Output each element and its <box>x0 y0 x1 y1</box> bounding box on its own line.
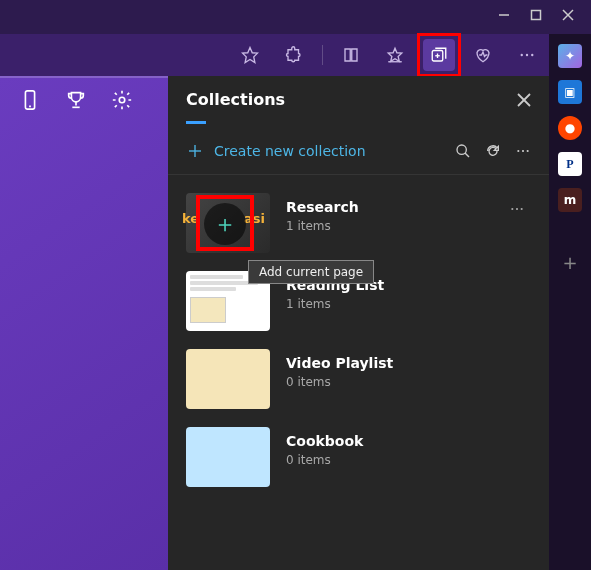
extensions-icon[interactable] <box>278 39 310 71</box>
sidebar-reddit[interactable]: ● <box>558 116 582 140</box>
more-icon[interactable] <box>511 39 543 71</box>
svg-marker-5 <box>388 48 402 61</box>
left-action-row <box>18 88 134 112</box>
create-collection-link[interactable]: Create new collection <box>186 142 366 160</box>
collection-count: 1 items <box>286 219 359 233</box>
phone-icon[interactable] <box>18 88 42 112</box>
svg-rect-1 <box>532 11 541 20</box>
gear-icon[interactable] <box>110 88 134 112</box>
close-icon[interactable] <box>561 8 575 22</box>
collection-item-video-playlist[interactable]: Video Playlist 0 items <box>186 349 531 409</box>
collection-count: 0 items <box>286 453 363 467</box>
svg-point-28 <box>516 208 518 210</box>
thumb-cookbook <box>186 427 270 487</box>
panel-title: Collections <box>186 90 285 109</box>
close-panel-icon[interactable] <box>517 93 531 107</box>
sidebar-camera[interactable]: ▣ <box>558 80 582 104</box>
reading-view-icon[interactable] <box>335 39 367 71</box>
minimize-icon[interactable] <box>497 8 511 22</box>
svg-point-29 <box>521 208 523 210</box>
performance-icon[interactable] <box>467 39 499 71</box>
svg-point-11 <box>526 54 528 56</box>
trophy-icon[interactable] <box>64 88 88 112</box>
refresh-icon[interactable] <box>485 143 501 159</box>
collection-list: keasi ＋ Research 1 items Reading List 1 … <box>168 175 549 505</box>
thumb-video <box>186 349 270 409</box>
search-icon[interactable] <box>455 143 471 159</box>
right-sidebar: ✦ ▣ ● P m + <box>549 34 591 570</box>
thumb-research: keasi ＋ <box>186 193 270 253</box>
collection-title: Video Playlist <box>286 355 393 371</box>
svg-point-27 <box>511 208 513 210</box>
svg-line-23 <box>465 153 469 157</box>
svg-point-26 <box>527 150 529 152</box>
sidebar-copilot[interactable]: ✦ <box>558 44 582 68</box>
collection-count: 1 items <box>286 297 384 311</box>
separator <box>322 45 323 65</box>
highlight-collections <box>417 33 461 77</box>
tooltip-add-current-page: Add current page <box>248 260 374 284</box>
svg-point-17 <box>119 97 125 103</box>
collection-title: Research <box>286 199 359 215</box>
collections-button[interactable] <box>423 39 455 71</box>
item-more-icon[interactable] <box>509 201 525 217</box>
svg-point-12 <box>531 54 533 56</box>
svg-point-24 <box>517 150 519 152</box>
sidebar-add-icon[interactable]: + <box>562 252 577 273</box>
collection-title: Cookbook <box>286 433 363 449</box>
sidebar-paypal[interactable]: P <box>558 152 582 176</box>
sidebar-m-app[interactable]: m <box>558 188 582 212</box>
maximize-icon[interactable] <box>529 8 543 22</box>
highlight-add-page <box>196 195 254 251</box>
favorites-star-icon[interactable] <box>379 39 411 71</box>
collections-panel: Collections Create new collection keasi … <box>168 76 549 570</box>
collection-count: 0 items <box>286 375 393 389</box>
panel-more-icon[interactable] <box>515 143 531 159</box>
svg-point-22 <box>457 145 466 154</box>
window-controls <box>481 0 591 30</box>
svg-point-25 <box>522 150 524 152</box>
create-label: Create new collection <box>214 143 366 159</box>
svg-point-10 <box>521 54 523 56</box>
collection-item-research[interactable]: keasi ＋ Research 1 items <box>186 193 531 253</box>
left-content-area <box>0 76 168 570</box>
browser-toolbar <box>0 34 591 76</box>
collection-item-cookbook[interactable]: Cookbook 0 items <box>186 427 531 487</box>
favorite-icon[interactable] <box>234 39 266 71</box>
svg-marker-4 <box>243 48 258 63</box>
